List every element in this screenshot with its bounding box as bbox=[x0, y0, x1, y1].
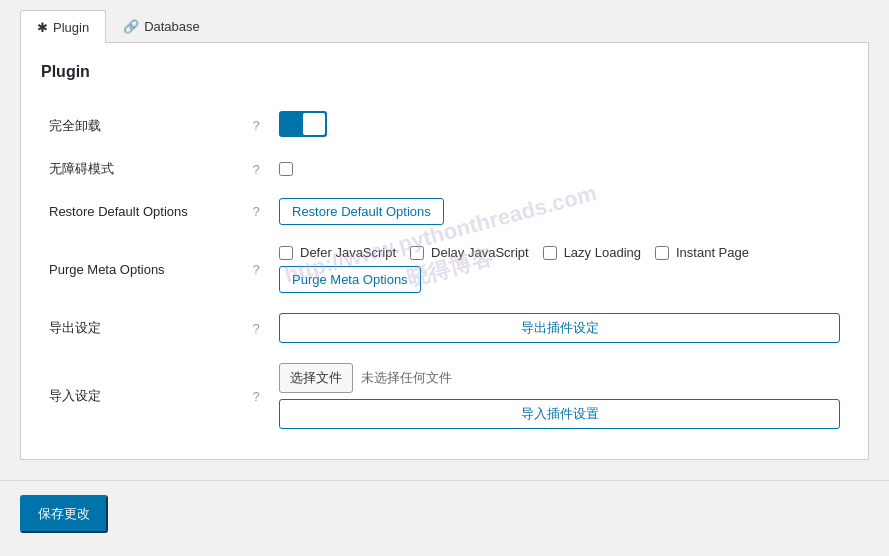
footer-bar: 保存更改 bbox=[0, 480, 889, 547]
row-full-unload: 完全卸载 ? bbox=[41, 101, 848, 150]
row-export-settings: 导出设定 ? 导出插件设定 bbox=[41, 303, 848, 353]
file-row: 选择文件 未选择任何文件 bbox=[279, 363, 840, 393]
row-accessibility: 无障碍模式 ? bbox=[41, 150, 848, 188]
tab-database[interactable]: 🔗 Database bbox=[106, 10, 217, 42]
label-restore-defaults: Restore Default Options bbox=[41, 188, 241, 235]
label-purge-meta: Purge Meta Options bbox=[41, 235, 241, 303]
tab-plugin-label: Plugin bbox=[53, 20, 89, 35]
purge-options-container: Defer JavaScript Delay JavaScript Lazy L… bbox=[279, 245, 840, 260]
database-icon: 🔗 bbox=[123, 19, 139, 34]
import-container: 选择文件 未选择任何文件 导入插件设置 bbox=[279, 363, 840, 429]
row-purge-meta: Purge Meta Options ? Defer JavaScript De… bbox=[41, 235, 848, 303]
label-export-settings: 导出设定 bbox=[41, 303, 241, 353]
checkbox-lazy-loading[interactable] bbox=[543, 246, 557, 260]
label-import-settings: 导入设定 bbox=[41, 353, 241, 439]
checkbox-instant-page[interactable] bbox=[655, 246, 669, 260]
help-restore-defaults[interactable]: ? bbox=[252, 204, 259, 219]
tab-bar: ✱ Plugin 🔗 Database bbox=[20, 10, 869, 43]
purge-option-instant-page[interactable]: Instant Page bbox=[655, 245, 749, 260]
label-lazy-loading: Lazy Loading bbox=[564, 245, 641, 260]
row-import-settings: 导入设定 ? 选择文件 未选择任何文件 导入插件设置 bbox=[41, 353, 848, 439]
purge-option-lazy-loading[interactable]: Lazy Loading bbox=[543, 245, 641, 260]
tab-database-label: Database bbox=[144, 19, 200, 34]
toggle-full-unload[interactable] bbox=[279, 111, 327, 137]
help-full-unload[interactable]: ? bbox=[252, 118, 259, 133]
settings-table: 完全卸载 ? 无障碍模式 ? bbox=[41, 101, 848, 439]
plugin-icon: ✱ bbox=[37, 20, 48, 35]
export-container: 导出插件设定 bbox=[279, 313, 840, 343]
purge-button-row: Purge Meta Options bbox=[279, 266, 840, 293]
tab-plugin[interactable]: ✱ Plugin bbox=[20, 10, 106, 43]
import-button[interactable]: 导入插件设置 bbox=[279, 399, 840, 429]
help-export-settings[interactable]: ? bbox=[252, 321, 259, 336]
help-accessibility[interactable]: ? bbox=[252, 162, 259, 177]
no-file-label: 未选择任何文件 bbox=[361, 369, 452, 387]
purge-meta-button[interactable]: Purge Meta Options bbox=[279, 266, 421, 293]
toggle-slider bbox=[279, 111, 327, 137]
save-button[interactable]: 保存更改 bbox=[20, 495, 108, 533]
section-title: Plugin bbox=[41, 63, 848, 81]
label-accessibility: 无障碍模式 bbox=[41, 150, 241, 188]
label-defer-js: Defer JavaScript bbox=[300, 245, 396, 260]
checkbox-delay-js[interactable] bbox=[410, 246, 424, 260]
label-full-unload: 完全卸载 bbox=[41, 101, 241, 150]
row-restore-defaults: Restore Default Options ? Restore Defaul… bbox=[41, 188, 848, 235]
export-button[interactable]: 导出插件设定 bbox=[279, 313, 840, 343]
label-instant-page: Instant Page bbox=[676, 245, 749, 260]
label-delay-js: Delay JavaScript bbox=[431, 245, 529, 260]
content-card: http://www.pythonthreads.com 晓得博客 Plugin… bbox=[20, 43, 869, 460]
help-purge-meta[interactable]: ? bbox=[252, 262, 259, 277]
purge-option-delay-js[interactable]: Delay JavaScript bbox=[410, 245, 529, 260]
help-import-settings[interactable]: ? bbox=[252, 389, 259, 404]
purge-option-defer-js[interactable]: Defer JavaScript bbox=[279, 245, 396, 260]
restore-defaults-button[interactable]: Restore Default Options bbox=[279, 198, 444, 225]
choose-file-button[interactable]: 选择文件 bbox=[279, 363, 353, 393]
checkbox-accessibility[interactable] bbox=[279, 162, 293, 176]
checkbox-defer-js[interactable] bbox=[279, 246, 293, 260]
